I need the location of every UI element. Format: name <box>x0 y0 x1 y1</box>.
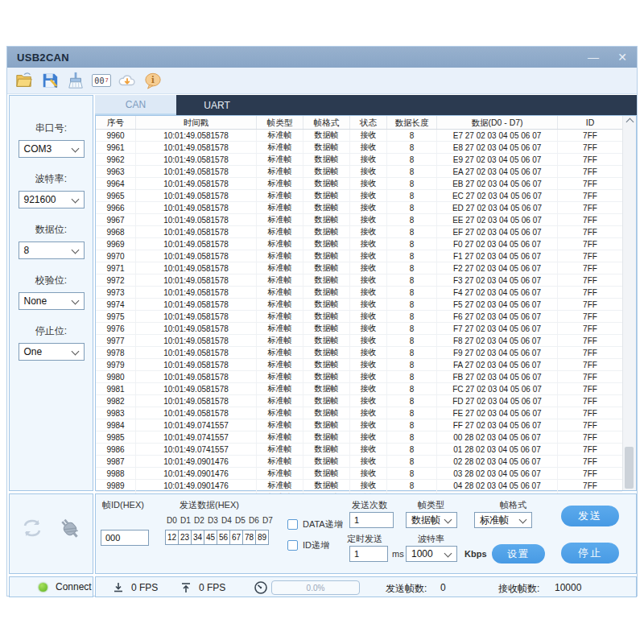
table-row[interactable]: 9971 10:01:49.0581578 标准帧 数据帧 接收 8 F2 27… <box>96 262 622 275</box>
data-increment-checkbox[interactable] <box>287 519 298 530</box>
send-button[interactable]: 发送 <box>561 506 619 526</box>
table-row[interactable]: 9964 10:01:49.0581578 标准帧 数据帧 接收 8 EB 27… <box>96 178 622 190</box>
app-window: USB2CAN — ✕ <box>6 46 638 597</box>
table-row[interactable]: 9962 10:01:49.0581578 标准帧 数据帧 接收 8 E9 27… <box>96 154 622 166</box>
table-row[interactable]: 9961 10:01:49.0581578 标准帧 数据帧 接收 8 E8 27… <box>96 142 622 154</box>
stop-bits-label: 停止位: <box>10 324 93 338</box>
clear-button[interactable] <box>65 70 86 91</box>
chevron-down-icon <box>71 196 79 204</box>
table-header: 序号 时间戳 帧类型 帧格式 状态 数据长度 数据(D0 - D7) ID <box>96 116 622 130</box>
tab-can[interactable]: CAN <box>95 95 176 115</box>
refresh-icon[interactable] <box>19 515 45 541</box>
table-row[interactable]: 9977 10:01:49.0581578 标准帧 数据帧 接收 8 F8 27… <box>96 335 622 347</box>
data-bits-group: 数据位: 8 <box>10 223 93 259</box>
tx-fps-value: 0 FPS <box>199 582 225 593</box>
col-data: 数据(D0 - D7) <box>437 116 558 129</box>
settings-button[interactable]: 设置 <box>492 544 545 564</box>
close-button[interactable]: ✕ <box>614 47 630 68</box>
chevron-down-icon <box>444 550 452 558</box>
frame-id-label: 帧ID(HEX) <box>102 499 144 511</box>
download-button[interactable] <box>117 70 138 91</box>
table-row[interactable]: 9966 10:01:49.0581578 标准帧 数据帧 接收 8 ED 27… <box>96 202 622 214</box>
stop-button[interactable]: 停止 <box>561 543 619 564</box>
col-id: ID <box>558 116 622 129</box>
timed-send-input[interactable]: 1 <box>349 546 388 562</box>
open-file-button[interactable] <box>14 70 35 91</box>
table-row[interactable]: 9969 10:01:49.0581578 标准帧 数据帧 接收 8 F0 27… <box>96 238 622 250</box>
byte-input-d6[interactable]: 78 <box>242 530 256 545</box>
baud-rate-select[interactable]: 921600 <box>19 191 85 208</box>
frame-format-select[interactable]: 标准帧 <box>474 512 532 528</box>
table-row[interactable]: 9982 10:01:49.0581578 标准帧 数据帧 接收 8 FD 27… <box>96 395 622 407</box>
table-row[interactable]: 9985 10:01:49.0741557 标准帧 数据帧 接收 8 00 28… <box>96 431 622 444</box>
scroll-up-icon[interactable] <box>626 118 633 124</box>
title-bar[interactable]: USB2CAN — ✕ <box>7 47 637 68</box>
byte-input-d3[interactable]: 45 <box>204 530 217 545</box>
table-row[interactable]: 9965 10:01:49.0581578 标准帧 数据帧 接收 8 EC 27… <box>96 190 622 202</box>
parity-label: 校验位: <box>10 274 93 287</box>
table-row[interactable]: 9963 10:01:49.0581578 标准帧 数据帧 接收 8 EA 27… <box>96 166 622 178</box>
table-row[interactable]: 9984 10:01:49.0741557 标准帧 数据帧 接收 8 FF 27… <box>96 419 622 431</box>
can-baud-select[interactable]: 1000 <box>406 546 457 562</box>
toolbar: 007 i <box>7 68 637 94</box>
save-icon <box>41 72 59 89</box>
byte-input-d1[interactable]: 23 <box>178 530 192 545</box>
sent-frames-label: 发送帧数: <box>386 582 427 596</box>
chevron-down-icon <box>71 348 79 356</box>
table-row[interactable]: 9973 10:01:49.0581578 标准帧 数据帧 接收 8 F4 27… <box>96 287 622 299</box>
table-row[interactable]: 9967 10:01:49.0581578 标准帧 数据帧 接收 8 EE 27… <box>96 214 622 226</box>
serial-port-select[interactable]: COM3 <box>19 140 85 158</box>
col-status: 状态 <box>350 116 387 129</box>
frame-type-select[interactable]: 数据帧 <box>406 512 457 528</box>
chevron-down-icon <box>71 246 79 254</box>
counter-button[interactable]: 007 <box>91 70 112 91</box>
table-row[interactable]: 9981 10:01:49.0581578 标准帧 数据帧 接收 8 FC 27… <box>96 383 622 395</box>
byte-input-d7[interactable]: 89 <box>255 530 269 545</box>
table-row[interactable]: 9972 10:01:49.0581578 标准帧 数据帧 接收 8 F3 27… <box>96 275 622 287</box>
broom-icon <box>67 72 85 89</box>
connector-plug-icon[interactable] <box>56 515 84 543</box>
table-row[interactable]: 9978 10:01:49.0581578 标准帧 数据帧 接收 8 F9 27… <box>96 347 622 359</box>
table-row[interactable]: 9960 10:01:49.0581578 标准帧 数据帧 接收 8 E7 27… <box>96 130 622 142</box>
stop-bits-select[interactable]: One <box>19 343 85 361</box>
table-row[interactable]: 9974 10:01:49.0581578 标准帧 数据帧 接收 8 F5 27… <box>96 299 622 311</box>
parity-select[interactable]: None <box>19 292 85 310</box>
data-bits-select[interactable]: 8 <box>19 242 85 259</box>
table-row[interactable]: 9979 10:01:49.0581578 标准帧 数据帧 接收 8 FA 27… <box>96 359 622 371</box>
table-row[interactable]: 9988 10:01:49.0901476 标准帧 数据帧 接收 8 03 28… <box>96 468 622 480</box>
table-row[interactable]: 9975 10:01:49.0581578 标准帧 数据帧 接收 8 F6 27… <box>96 311 622 323</box>
table-row[interactable]: 9986 10:01:49.0741557 标准帧 数据帧 接收 8 01 28… <box>96 444 622 456</box>
table-row[interactable]: 9983 10:01:49.0581578 标准帧 数据帧 接收 8 FE 27… <box>96 407 622 419</box>
tab-uart[interactable]: UART <box>176 95 258 115</box>
connection-led-icon <box>39 583 47 592</box>
scrollbar-thumb[interactable] <box>625 447 634 489</box>
id-increment-checkbox[interactable] <box>287 540 298 551</box>
minimize-button[interactable]: — <box>585 47 601 68</box>
connect-status-panel[interactable]: Connect <box>9 576 93 597</box>
table-row[interactable]: 9976 10:01:49.0581578 标准帧 数据帧 接收 8 F7 27… <box>96 323 622 335</box>
byte-input-d4[interactable]: 56 <box>217 530 230 545</box>
vertical-scrollbar[interactable] <box>622 116 636 490</box>
baud-rate-group: 波特率: 921600 <box>10 172 93 208</box>
byte-input-d0[interactable]: 12 <box>165 530 179 545</box>
rx-download-icon <box>112 581 125 594</box>
table-row[interactable]: 9968 10:01:49.0581578 标准帧 数据帧 接收 8 EF 27… <box>96 226 622 238</box>
info-button[interactable]: i <box>142 70 163 91</box>
svg-text:i: i <box>151 76 155 85</box>
id-increment-label: ID递增 <box>303 539 329 551</box>
data-bits-label: 数据位: <box>10 223 93 237</box>
col-frame-format: 帧格式 <box>303 116 350 129</box>
byte-input-d2[interactable]: 34 <box>191 530 204 545</box>
table-row[interactable]: 9970 10:01:49.0581578 标准帧 数据帧 接收 8 F1 27… <box>96 250 622 262</box>
table-row[interactable]: 9980 10:01:49.0581578 标准帧 数据帧 接收 8 FB 27… <box>96 371 622 383</box>
frame-type-label: 帧类型 <box>418 499 444 511</box>
table-row[interactable]: 9989 10:01:49.0901476 标准帧 数据帧 接收 8 04 28… <box>96 480 622 492</box>
table-row[interactable]: 9987 10:01:49.0901476 标准帧 数据帧 接收 8 02 28… <box>96 456 622 468</box>
stop-bits-group: 停止位: One <box>10 324 93 361</box>
frame-id-input[interactable]: 000 <box>101 530 149 546</box>
save-button[interactable] <box>39 70 60 91</box>
byte-input-d5[interactable]: 67 <box>229 530 243 545</box>
bus-load-progress: 0.0% <box>271 580 360 595</box>
received-frames-value: 10000 <box>555 582 581 593</box>
send-count-input[interactable]: 1 <box>349 512 394 528</box>
